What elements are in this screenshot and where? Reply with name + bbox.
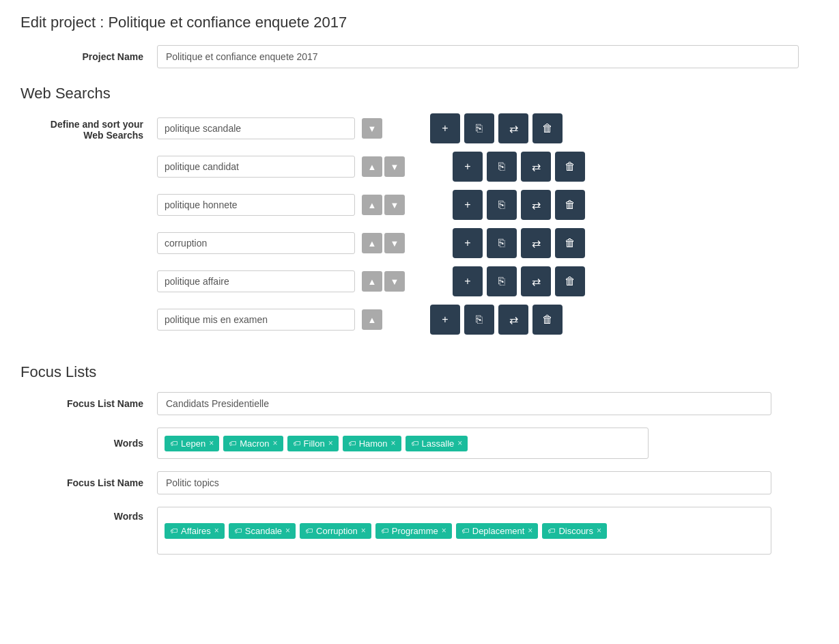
arrow-up-btn-6[interactable]: ▲ [362,309,382,330]
focus-words-label-1: Words [20,438,157,449]
tag-close-lepen[interactable]: × [209,438,214,448]
delete-btn-5[interactable]: 🗑 [555,266,585,296]
shuffle-btn-3[interactable]: ⇄ [521,190,551,220]
arrow-up-btn-4[interactable]: ▲ [362,233,382,253]
focus-name-input-2[interactable] [157,471,771,494]
focus-name-input-1[interactable] [157,392,771,415]
arrow-group-3: ▲ ▼ [362,195,405,215]
project-name-label: Project Name [20,51,157,62]
search-row: ▲ ▼ + ⎘ ⇄ 🗑 [157,190,819,220]
search-row: ▼ + ⎘ ⇄ 🗑 [157,113,819,143]
tag-close-hamon[interactable]: × [391,438,396,448]
tag-close-discours[interactable]: × [597,526,601,535]
copy-btn-4[interactable]: ⎘ [487,228,517,258]
search-input-6[interactable] [157,309,355,331]
shuffle-btn-1[interactable]: ⇄ [498,113,528,143]
arrow-group-5: ▲ ▼ [362,271,405,292]
tag-affaires: 🏷 Affaires × [165,523,225,539]
tag-close-lassalle[interactable]: × [457,438,462,448]
search-row: ▲ + ⎘ ⇄ 🗑 [157,305,819,335]
focus-name-label-1: Focus List Name [20,398,157,409]
copy-btn-2[interactable]: ⎘ [487,152,517,182]
add-btn-2[interactable]: + [453,152,483,182]
tag-close-scandale[interactable]: × [285,526,290,535]
web-searches-define-label: Define and sort yourWeb Searchs [20,113,157,141]
delete-btn-2[interactable]: 🗑 [555,152,585,182]
arrow-up-btn-2[interactable]: ▲ [362,156,382,177]
tag-macron: 🏷 Macron × [223,436,283,451]
project-name-input[interactable] [157,45,799,68]
add-btn-6[interactable]: + [430,305,460,335]
focus-block-2: Focus List Name Words 🏷 Affaires × 🏷 Sca… [20,471,819,555]
action-btns-4: + ⎘ ⇄ 🗑 [453,228,585,258]
web-searches-title: Web Searchs [20,85,819,102]
focus-words-container-1: 🏷 Lepen × 🏷 Macron × 🏷 Fillon × 🏷 Hamon … [157,428,649,459]
search-input-4[interactable] [157,232,355,254]
tag-lassalle: 🏷 Lassalle × [406,436,468,451]
add-btn-3[interactable]: + [453,190,483,220]
search-input-1[interactable] [157,117,355,139]
focus-name-row-2: Focus List Name [20,471,819,494]
delete-btn-3[interactable]: 🗑 [555,190,585,220]
arrow-down-btn-3[interactable]: ▼ [384,195,405,215]
tag-scandale: 🏷 Scandale × [229,523,296,539]
web-searches-section: Define and sort yourWeb Searchs ▼ + ⎘ ⇄ … [20,113,819,343]
arrow-group-1: ▼ [362,118,382,139]
tag-close-deplacement[interactable]: × [528,526,532,535]
arrow-down-btn-2[interactable]: ▼ [384,156,405,177]
add-btn-4[interactable]: + [453,228,483,258]
delete-btn-1[interactable]: 🗑 [532,113,563,143]
tag-hamon: 🏷 Hamon × [343,436,401,451]
action-btns-2: + ⎘ ⇄ 🗑 [453,152,585,182]
shuffle-btn-2[interactable]: ⇄ [521,152,551,182]
page-title: Edit project : Politique et confiance en… [20,14,819,31]
action-btns-3: + ⎘ ⇄ 🗑 [453,190,585,220]
focus-words-label-2: Words [20,507,157,522]
tag-corruption: 🏷 Corruption × [300,523,371,539]
add-btn-5[interactable]: + [453,266,483,296]
focus-words-container-2: 🏷 Affaires × 🏷 Scandale × 🏷 Corruption ×… [157,507,771,555]
action-btns-5: + ⎘ ⇄ 🗑 [453,266,585,296]
shuffle-btn-4[interactable]: ⇄ [521,228,551,258]
focus-lists-title: Focus Lists [20,363,819,381]
search-input-3[interactable] [157,194,355,216]
arrow-group-4: ▲ ▼ [362,233,405,253]
tag-close-macron[interactable]: × [273,438,278,448]
project-name-row: Project Name [20,45,819,68]
search-row: ▲ ▼ + ⎘ ⇄ 🗑 [157,152,819,182]
tag-close-corruption[interactable]: × [361,526,366,535]
arrow-down-btn-4[interactable]: ▼ [384,233,405,253]
copy-btn-6[interactable]: ⎘ [464,305,494,335]
search-input-5[interactable] [157,270,355,292]
search-row: ▲ ▼ + ⎘ ⇄ 🗑 [157,266,819,296]
focus-name-row-1: Focus List Name [20,392,819,415]
focus-block-1: Focus List Name Words 🏷 Lepen × 🏷 Macron… [20,392,819,459]
search-row: ▲ ▼ + ⎘ ⇄ 🗑 [157,228,819,258]
arrow-down-btn-1[interactable]: ▼ [362,118,382,139]
tag-programme: 🏷 Programme × [375,523,452,539]
arrow-down-btn-5[interactable]: ▼ [384,271,405,292]
search-input-2[interactable] [157,156,355,178]
copy-btn-5[interactable]: ⎘ [487,266,517,296]
tag-close-programme[interactable]: × [442,526,446,535]
focus-words-row-1: Words 🏷 Lepen × 🏷 Macron × 🏷 Fillon × 🏷 … [20,428,819,459]
arrow-group-6: ▲ [362,309,382,330]
shuffle-btn-6[interactable]: ⇄ [498,305,528,335]
tag-discours: 🏷 Discours × [542,523,607,539]
delete-btn-4[interactable]: 🗑 [555,228,585,258]
tag-fillon: 🏷 Fillon × [287,436,339,451]
add-btn-1[interactable]: + [430,113,460,143]
focus-words-row-2: Words 🏷 Affaires × 🏷 Scandale × 🏷 Corrup… [20,507,819,555]
arrow-up-btn-5[interactable]: ▲ [362,271,382,292]
arrow-group-2: ▲ ▼ [362,156,405,177]
copy-btn-3[interactable]: ⎘ [487,190,517,220]
tag-deplacement: 🏷 Deplacement × [456,523,539,539]
tag-close-affaires[interactable]: × [214,526,219,535]
arrow-up-btn-3[interactable]: ▲ [362,195,382,215]
delete-btn-6[interactable]: 🗑 [532,305,563,335]
tag-close-fillon[interactable]: × [328,438,333,448]
action-btns-6: + ⎘ ⇄ 🗑 [430,305,563,335]
copy-btn-1[interactable]: ⎘ [464,113,494,143]
tag-lepen: 🏷 Lepen × [165,436,219,451]
shuffle-btn-5[interactable]: ⇄ [521,266,551,296]
